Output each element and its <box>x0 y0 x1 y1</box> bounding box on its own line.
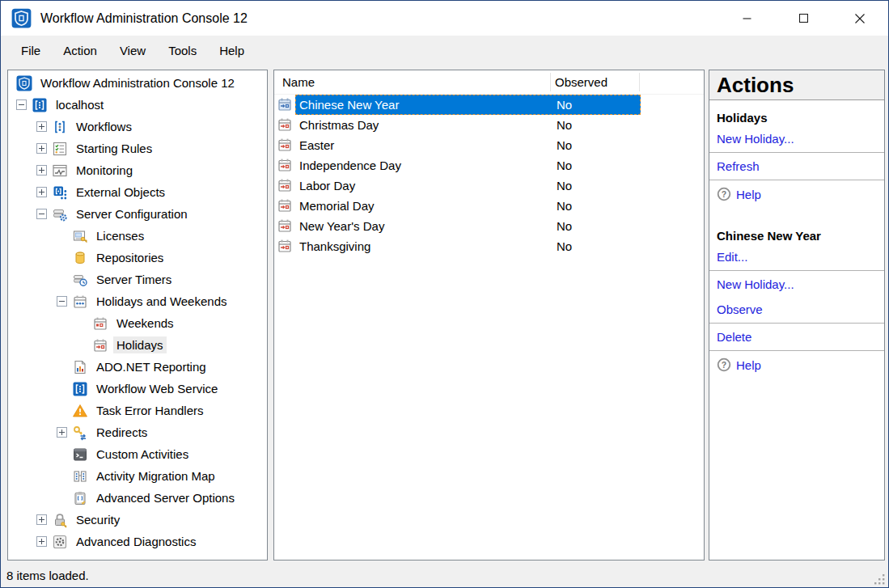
action-label: Refresh <box>717 159 760 173</box>
action-label: Help <box>736 358 761 372</box>
tree-item-label: Task Error Handlers <box>93 402 207 419</box>
menu-action[interactable]: Action <box>52 38 108 63</box>
menu-file[interactable]: File <box>10 38 52 63</box>
action-label: New Holiday... <box>717 277 794 291</box>
expand-plus-icon[interactable] <box>36 514 47 525</box>
menu-help[interactable]: Help <box>208 38 256 63</box>
app-shield-icon <box>11 8 32 28</box>
action-help[interactable]: ?Help <box>717 181 877 207</box>
tree-item-redirects[interactable]: Redirects <box>8 421 267 443</box>
list-row-thanksgiving[interactable]: ThanksgivingNo <box>274 236 704 256</box>
list-row-chinese-new-year[interactable]: Chinese New YearNo <box>274 95 704 115</box>
tree-item-task-error-handlers[interactable]: Task Error Handlers <box>8 400 267 421</box>
tree-item-label: Workflow Web Service <box>93 380 221 397</box>
svg-text:?: ? <box>722 189 726 199</box>
cell-observed: No <box>557 216 572 236</box>
expand-plus-icon[interactable] <box>36 187 47 197</box>
tree-item-ado-net-reporting[interactable]: ADO.NET Reporting <box>8 356 267 378</box>
window-title: Workflow Administration Console 12 <box>40 11 248 26</box>
action-help[interactable]: ?Help <box>717 352 877 378</box>
collapse-minus-icon[interactable] <box>57 296 67 307</box>
custom-activities-icon <box>72 446 88 463</box>
column-header-name[interactable]: Name <box>282 70 315 95</box>
advanced-diagnostics-icon <box>52 534 68 550</box>
tree-item-label: Activity Migration Map <box>93 467 218 484</box>
menu-tools[interactable]: Tools <box>157 38 208 63</box>
column-separator[interactable] <box>550 73 551 91</box>
help-icon: ? <box>717 187 731 201</box>
tree-item-label: ADO.NET Reporting <box>93 358 210 375</box>
tree-item-advanced-server-options[interactable]: Advanced Server Options <box>8 487 267 509</box>
tree-item-security[interactable]: Security <box>8 509 267 531</box>
column-separator[interactable] <box>639 73 640 91</box>
tree-item-monitoring[interactable]: Monitoring <box>8 159 267 181</box>
expand-plus-icon[interactable] <box>36 121 47 132</box>
tree-item-external-objects[interactable]: External Objects <box>8 181 267 203</box>
cell-observed: No <box>557 95 572 115</box>
cell-name: Memorial Day <box>299 196 375 216</box>
tree-item-label: localhost <box>53 96 107 113</box>
action-new-holiday[interactable]: New Holiday... <box>717 126 877 151</box>
cell-name: Christmas Day <box>299 115 379 135</box>
list-row-memorial-day[interactable]: Memorial DayNo <box>274 196 704 216</box>
cell-name: Independence Day <box>299 155 401 176</box>
tree-item-workflow-web-service[interactable]: Workflow Web Service <box>8 378 267 400</box>
tree-item-label: Advanced Diagnostics <box>73 533 199 550</box>
tree-item-label: Server Configuration <box>73 205 191 222</box>
list-row-new-year-s-day[interactable]: New Year's DayNo <box>274 216 704 236</box>
tree-item-holidays-and-weekends[interactable]: Holidays and Weekends <box>8 290 267 312</box>
action-delete[interactable]: Delete <box>717 324 877 349</box>
resize-grip-icon[interactable] <box>874 573 886 585</box>
starting-rules-icon <box>52 141 68 157</box>
tree-item-server-configuration[interactable]: Server Configuration <box>8 203 267 225</box>
tree-item-licenses[interactable]: Licenses <box>8 225 267 247</box>
holiday-calendar-icon <box>277 218 293 234</box>
app-window: Workflow Administration Console 12 FileA… <box>0 0 889 588</box>
tree-item-starting-rules[interactable]: Starting Rules <box>8 137 267 159</box>
actions-pane-title: Actions <box>709 70 884 100</box>
list-row-christmas-day[interactable]: Christmas DayNo <box>274 115 704 135</box>
action-observe[interactable]: Observe <box>717 297 877 322</box>
list-row-easter[interactable]: EasterNo <box>274 135 704 155</box>
list-row-labor-day[interactable]: Labor DayNo <box>274 176 704 196</box>
maximize-button[interactable] <box>775 1 832 36</box>
divider <box>709 270 884 271</box>
tree-item-label: Security <box>73 511 123 528</box>
collapse-minus-icon[interactable] <box>36 209 47 219</box>
list-row-independence-day[interactable]: Independence DayNo <box>274 155 704 176</box>
collapse-minus-icon[interactable] <box>16 99 27 110</box>
expand-plus-icon[interactable] <box>36 143 47 154</box>
menu-view[interactable]: View <box>108 38 157 63</box>
tree-item-workflows[interactable]: Workflows <box>8 116 267 137</box>
action-refresh[interactable]: Refresh <box>717 154 877 179</box>
tree-item-localhost[interactable]: localhost <box>8 94 267 116</box>
minimize-button[interactable] <box>718 1 775 36</box>
column-header-observed[interactable]: Observed <box>555 70 607 95</box>
actions-pane: Actions HolidaysNew Holiday...Refresh?He… <box>709 70 885 561</box>
expand-plus-icon[interactable] <box>36 536 47 547</box>
status-text: 8 items loaded. <box>6 569 89 582</box>
title-bar: Workflow Administration Console 12 <box>1 1 888 36</box>
expand-plus-icon[interactable] <box>57 427 67 438</box>
tree-item-label: Custom Activities <box>93 446 192 463</box>
redirects-icon <box>72 425 88 441</box>
tree-item-weekends[interactable]: Weekends <box>8 312 267 334</box>
tree-item-server-timers[interactable]: Server Timers <box>8 269 267 290</box>
svg-text:?: ? <box>722 360 726 370</box>
holidays-icon <box>92 337 108 353</box>
tree-item-advanced-diagnostics[interactable]: Advanced Diagnostics <box>8 531 267 552</box>
workflows-icon <box>52 119 68 135</box>
holiday-calendar-icon <box>277 137 293 153</box>
tree-item-custom-activities[interactable]: Custom Activities <box>8 443 267 465</box>
action-label: New Holiday... <box>717 132 794 146</box>
tree-item-repositories[interactable]: Repositories <box>8 247 267 269</box>
tree-item-holidays[interactable]: Holidays <box>8 334 267 356</box>
expand-plus-icon[interactable] <box>36 165 47 176</box>
tree-item-workflow-administration-console-12[interactable]: Workflow Administration Console 12 <box>8 72 267 94</box>
close-button[interactable] <box>832 1 888 36</box>
activity-migration-map-icon <box>72 468 88 484</box>
action-edit[interactable]: Edit... <box>717 244 877 269</box>
action-new-holiday[interactable]: New Holiday... <box>717 272 877 297</box>
tree-item-activity-migration-map[interactable]: Activity Migration Map <box>8 465 267 487</box>
content-area: Workflow Administration Console 12localh… <box>1 66 888 563</box>
